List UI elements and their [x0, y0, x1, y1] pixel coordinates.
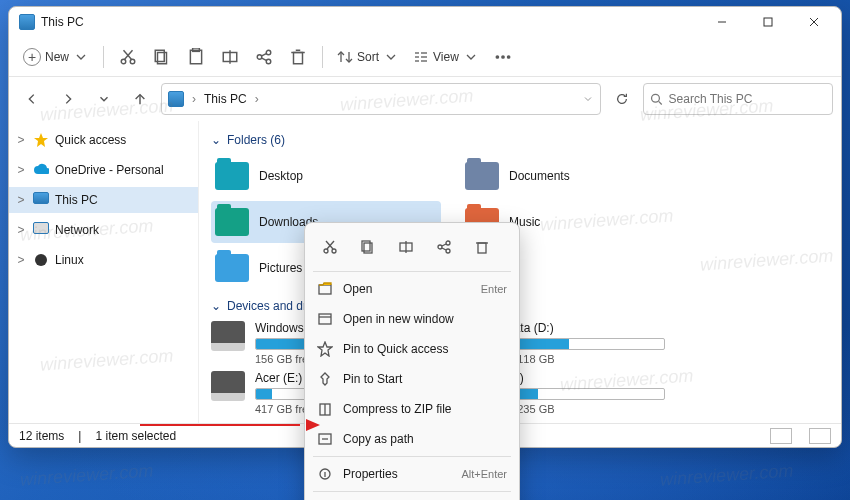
svg-line-49 — [442, 244, 446, 246]
open-icon — [317, 281, 333, 297]
menu-item-label: Pin to Start — [343, 372, 497, 386]
close-button[interactable] — [791, 7, 837, 37]
maximize-button[interactable] — [745, 7, 791, 37]
search-input[interactable] — [669, 92, 826, 106]
svg-point-30 — [496, 55, 498, 57]
details-view-button[interactable] — [770, 428, 792, 444]
sidebar-item-network[interactable]: >Network — [9, 217, 198, 243]
pin-icon — [317, 371, 333, 387]
svg-line-35 — [659, 101, 662, 104]
paste-button[interactable] — [180, 41, 212, 73]
menu-item-properties[interactable]: PropertiesAlt+Enter — [305, 459, 519, 489]
svg-rect-10 — [190, 50, 201, 64]
ctx-cut-button[interactable] — [315, 233, 345, 261]
folder-icon — [215, 208, 249, 236]
svg-rect-53 — [319, 285, 331, 294]
cloud-icon — [33, 162, 49, 178]
sidebar-item-linux[interactable]: >Linux — [9, 247, 198, 273]
thumbnails-view-button[interactable] — [809, 428, 831, 444]
share-button[interactable] — [248, 41, 280, 73]
up-button[interactable] — [125, 84, 155, 114]
menu-item-show-more-options[interactable]: Show more optionsShift+F10 — [305, 494, 519, 500]
sort-icon — [337, 49, 353, 65]
menu-item-label: Copy as path — [343, 432, 497, 446]
back-button[interactable] — [17, 84, 47, 114]
props-icon — [317, 466, 333, 482]
chevron-down-icon: ⌄ — [211, 299, 221, 313]
folder-label: Documents — [509, 169, 570, 183]
svg-rect-54 — [319, 314, 331, 324]
view-label: View — [433, 50, 459, 64]
menu-item-label: Properties — [343, 467, 451, 481]
menu-item-shortcut: Enter — [481, 283, 507, 295]
nav-bar: › This PC › — [9, 77, 841, 121]
svg-point-34 — [652, 94, 660, 102]
menu-item-open-in-new-window[interactable]: Open in new window — [305, 304, 519, 334]
window-icon — [317, 311, 333, 327]
window-title: This PC — [41, 15, 84, 29]
menu-item-copy-as-path[interactable]: Copy as path — [305, 424, 519, 454]
sidebar-item-quick-access[interactable]: >Quick access — [9, 127, 198, 153]
app-icon — [19, 14, 35, 30]
address-bar[interactable]: › This PC › — [161, 83, 601, 115]
svg-point-32 — [507, 55, 509, 57]
cut-button[interactable] — [112, 41, 144, 73]
chevron-right-icon: > — [15, 223, 27, 237]
sidebar-item-label: Linux — [55, 253, 84, 267]
svg-point-47 — [446, 241, 450, 245]
sidebar-item-label: Quick access — [55, 133, 126, 147]
status-item-count: 12 items — [19, 429, 64, 443]
chevron-down-icon[interactable] — [582, 93, 594, 105]
breadcrumb[interactable]: This PC — [204, 92, 247, 106]
sidebar-item-label: OneDrive - Personal — [55, 163, 164, 177]
folder-desktop[interactable]: Desktop — [211, 155, 441, 197]
usage-bar — [505, 388, 665, 400]
group-folders[interactable]: ⌄ Folders (6) — [211, 133, 829, 147]
menu-item-pin-to-quick-access[interactable]: Pin to Quick access — [305, 334, 519, 364]
sidebar-item-onedrive-personal[interactable]: >OneDrive - Personal — [9, 157, 198, 183]
minimize-button[interactable] — [699, 7, 745, 37]
sort-button[interactable]: Sort — [331, 41, 405, 73]
plus-icon: + — [23, 48, 41, 66]
menu-item-open[interactable]: OpenEnter — [305, 274, 519, 304]
svg-point-39 — [332, 249, 336, 253]
svg-point-14 — [257, 54, 262, 59]
svg-marker-56 — [318, 342, 332, 356]
drive-icon — [211, 321, 245, 351]
drive-name: Data (D:) — [505, 321, 691, 335]
rename-button[interactable] — [214, 41, 246, 73]
svg-point-31 — [502, 55, 504, 57]
sort-label: Sort — [357, 50, 379, 64]
copy-button[interactable] — [146, 41, 178, 73]
ctx-delete-button[interactable] — [467, 233, 497, 261]
search-box[interactable] — [643, 83, 833, 115]
new-button[interactable]: + New — [17, 41, 95, 73]
view-button[interactable]: View — [407, 41, 485, 73]
sidebar-item-label: Network — [55, 223, 99, 237]
svg-point-37 — [35, 254, 47, 266]
menu-item-label: Open in new window — [343, 312, 497, 326]
delete-button[interactable] — [282, 41, 314, 73]
folder-icon — [215, 254, 249, 282]
svg-point-46 — [438, 245, 442, 249]
svg-line-40 — [327, 241, 334, 249]
forward-button[interactable] — [53, 84, 83, 114]
folder-label: Pictures — [259, 261, 302, 275]
menu-item-pin-to-start[interactable]: Pin to Start — [305, 364, 519, 394]
menu-item-compress-to-zip-file[interactable]: Compress to ZIP file — [305, 394, 519, 424]
pc-icon — [33, 192, 49, 208]
recent-button[interactable] — [89, 84, 119, 114]
ctx-share-button[interactable] — [429, 233, 459, 261]
folder-documents[interactable]: Documents — [461, 155, 691, 197]
svg-point-38 — [324, 249, 328, 253]
more-button[interactable] — [487, 41, 519, 73]
chevron-down-icon: ⌄ — [211, 133, 221, 147]
ctx-rename-button[interactable] — [391, 233, 421, 261]
sidebar-item-this-pc[interactable]: >This PC — [9, 187, 198, 213]
refresh-button[interactable] — [607, 84, 637, 114]
chevron-right-icon: > — [15, 253, 27, 267]
ctx-copy-button[interactable] — [353, 233, 383, 261]
chevron-right-icon: > — [15, 193, 27, 207]
network-icon — [33, 222, 49, 238]
drive-free: of 235 GB — [505, 403, 691, 415]
